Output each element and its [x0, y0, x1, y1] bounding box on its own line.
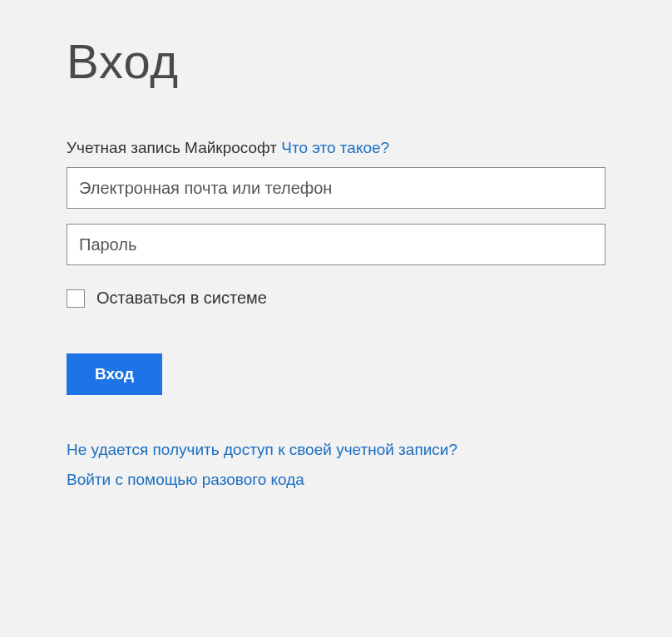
signin-button[interactable]: Вход [67, 353, 162, 395]
help-links: Не удается получить доступ к своей учетн… [67, 441, 605, 489]
account-label-row: Учетная запись Майкрософт Что это такое? [67, 139, 605, 157]
email-field[interactable] [67, 167, 605, 209]
page-title: Вход [67, 33, 605, 89]
cant-access-link[interactable]: Не удается получить доступ к своей учетн… [67, 441, 605, 459]
stay-signed-in-checkbox[interactable] [67, 289, 85, 308]
account-label: Учетная запись Майкрософт [67, 139, 277, 156]
password-field[interactable] [67, 224, 605, 265]
onetime-code-link[interactable]: Войти с помощью разового кода [67, 471, 605, 489]
stay-signed-in-label: Оставаться в системе [96, 289, 267, 308]
stay-signed-in-row: Оставаться в системе [67, 289, 605, 308]
whats-this-link[interactable]: Что это такое? [281, 139, 389, 156]
signin-form: Вход Учетная запись Майкрософт Что это т… [0, 0, 672, 522]
